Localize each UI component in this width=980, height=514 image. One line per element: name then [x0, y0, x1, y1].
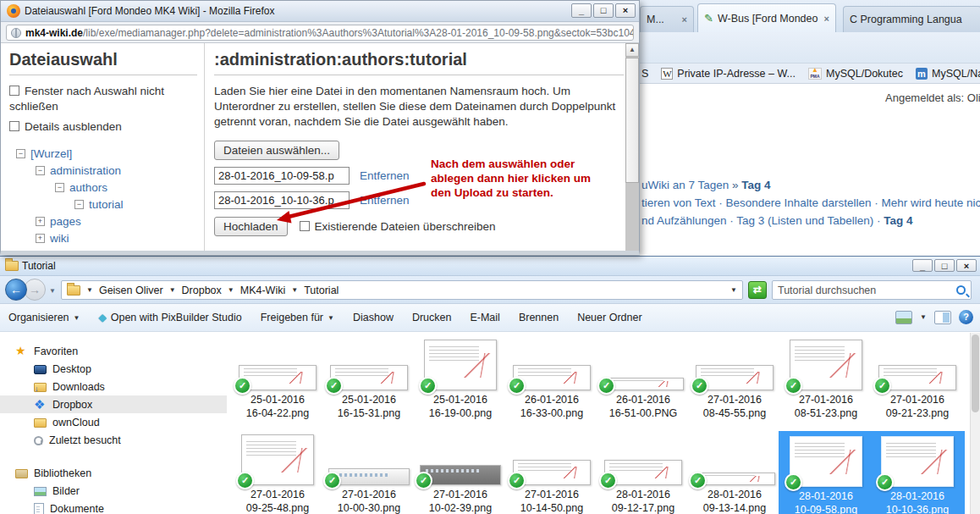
- checkbox[interactable]: [300, 221, 310, 231]
- sidebar-item-owncloud[interactable]: ownCloud: [0, 413, 227, 431]
- file-thumbnail[interactable]: ✓: [694, 473, 775, 485]
- help-icon[interactable]: ?: [959, 310, 973, 324]
- namespace-link[interactable]: wiki: [50, 232, 69, 245]
- sidebar-group-bibliotheken[interactable]: Bibliotheken: [0, 464, 227, 482]
- refresh-button[interactable]: ⇄: [748, 281, 767, 299]
- scroll-up-arrow[interactable]: ▲: [625, 43, 639, 57]
- collapse-icon[interactable]: −: [55, 183, 64, 192]
- option-hide-details[interactable]: Details ausblenden: [9, 119, 197, 135]
- namespace-link[interactable]: [Wurzel]: [30, 147, 72, 160]
- tab-close-icon[interactable]: ×: [824, 14, 829, 24]
- toolbar-button-e-mail[interactable]: E-Mail: [470, 312, 499, 323]
- scrollbar-thumb[interactable]: [972, 334, 979, 412]
- maximize-button[interactable]: □: [593, 3, 614, 18]
- minimize-button[interactable]: _: [912, 259, 933, 272]
- explorer-titlebar[interactable]: Tutorial _ □ ×: [0, 257, 980, 276]
- file-thumbnail[interactable]: ✓: [330, 365, 408, 390]
- file-thumbnail[interactable]: ✓: [878, 365, 956, 390]
- wiki-link[interactable]: »: [732, 179, 741, 191]
- file-thumbnail[interactable]: ✓: [790, 340, 862, 390]
- toolbar-button-organisieren[interactable]: Organisieren▼: [8, 312, 80, 323]
- choose-files-button[interactable]: Dateien auswählen...: [214, 141, 339, 160]
- remove-file-link[interactable]: Entfernen: [360, 169, 410, 182]
- file-item[interactable]: ✓25-01-201616-15-31.png: [325, 336, 413, 420]
- dialog-scrollbar[interactable]: ▲: [625, 43, 639, 251]
- views-dropdown-icon[interactable]: ▼: [920, 313, 927, 321]
- preview-pane-icon[interactable]: [934, 311, 951, 324]
- file-item[interactable]: ✓27-01-201608-51-23.png: [782, 336, 870, 420]
- file-item[interactable]: ✓25-01-201616-04-22.png: [234, 336, 322, 420]
- browser-tab[interactable]: C Programming Langua: [843, 6, 980, 32]
- sidebar-item-zuletzt-besucht[interactable]: Zuletzt besucht: [0, 431, 227, 449]
- bookmark-item[interactable]: WPrivate IP-Adresse – W...: [661, 68, 796, 80]
- toolbar-button-drucken[interactable]: Drucken: [412, 312, 452, 323]
- file-thumbnail[interactable]: ✓: [696, 365, 774, 390]
- file-item[interactable]: ✓26-01-201616-33-00.png: [508, 336, 596, 420]
- views-icon[interactable]: [895, 311, 912, 324]
- file-item[interactable]: ✓28-01-201610-09-58.png: [779, 431, 873, 514]
- breadcrumb-item[interactable]: MK4-Wiki: [240, 285, 285, 296]
- search-input[interactable]: Tutorial durchsuchen: [772, 280, 972, 300]
- file-item[interactable]: ✓28-01-201610-10-36.png: [870, 431, 965, 514]
- bookmark-item[interactable]: S: [641, 68, 648, 80]
- file-thumbnail[interactable]: ✓: [239, 365, 317, 390]
- toolbar-button-neuer-ordner[interactable]: Neuer Ordner: [577, 312, 641, 323]
- file-thumbnail[interactable]: ✓: [513, 460, 591, 485]
- file-thumbnail[interactable]: ✓: [604, 460, 682, 485]
- collapse-icon[interactable]: −: [16, 149, 25, 158]
- namespace-link[interactable]: authors: [69, 181, 107, 194]
- file-thumbnail[interactable]: ✓: [241, 434, 314, 485]
- breadcrumb-item[interactable]: Dropbox: [182, 285, 222, 296]
- file-item[interactable]: ✓27-01-201609-25-48.png: [234, 431, 322, 514]
- expand-icon[interactable]: +: [36, 217, 45, 226]
- minimize-button[interactable]: _: [571, 3, 592, 18]
- sidebar-item-desktop[interactable]: Desktop: [0, 360, 227, 378]
- back-button[interactable]: ←: [5, 279, 27, 301]
- file-item[interactable]: ✓27-01-201609-21-23.png: [873, 336, 961, 420]
- collapse-icon[interactable]: −: [74, 200, 84, 209]
- sidebar-group-favoriten[interactable]: Favoriten: [0, 342, 227, 360]
- breadcrumb-dropdown-icon[interactable]: ▼: [730, 286, 737, 294]
- expand-icon[interactable]: +: [36, 234, 45, 243]
- history-dropdown-icon[interactable]: ▼: [49, 287, 56, 295]
- sidebar-item-bilder[interactable]: Bilder: [0, 482, 227, 500]
- namespace-link[interactable]: pages: [50, 215, 81, 228]
- file-thumbnail[interactable]: ✓: [328, 468, 410, 485]
- file-item[interactable]: ✓28-01-201609-12-17.png: [599, 431, 687, 514]
- toolbar-button-brennen[interactable]: Brennen: [519, 312, 559, 323]
- wiki-link[interactable]: nd Aufzählungen · Tag 3 (Listen und Tabe…: [641, 214, 884, 227]
- close-button[interactable]: ×: [615, 3, 636, 18]
- remove-file-link[interactable]: Entfernen: [360, 194, 410, 207]
- toolbar-button-freigeben-f-r[interactable]: Freigeben für▼: [261, 312, 334, 323]
- file-item[interactable]: ✓26-01-201616-51-00.PNG: [599, 336, 687, 420]
- upload-filename-input[interactable]: [214, 191, 350, 209]
- scrollbar-thumb[interactable]: [625, 58, 639, 183]
- explorer-scrollbar[interactable]: [970, 333, 980, 514]
- toolbar-button-open-with-pixbuilder-studio[interactable]: ◆Open with PixBuilder Studio: [99, 312, 242, 323]
- option-keep-window-open[interactable]: Fenster nach Auswahl nicht schließen: [9, 84, 197, 114]
- file-thumbnail[interactable]: ✓: [790, 436, 862, 487]
- checkbox[interactable]: [9, 121, 19, 131]
- breadcrumb-item[interactable]: Tutorial: [304, 285, 339, 296]
- sidebar-item-dokumente[interactable]: Dokumente: [0, 500, 227, 514]
- browser-tab[interactable]: M...×: [640, 6, 694, 32]
- bookmark-item[interactable]: mMySQL/Nagios: [916, 68, 980, 80]
- file-item[interactable]: ✓27-01-201610-02-39.png: [416, 431, 504, 514]
- file-thumbnail[interactable]: ✓: [603, 378, 684, 390]
- wiki-link[interactable]: uWiki an 7 Tagen: [641, 179, 732, 191]
- close-button[interactable]: ×: [956, 259, 977, 272]
- upload-button[interactable]: Hochladen: [214, 217, 288, 236]
- file-thumbnail[interactable]: ✓: [420, 465, 501, 485]
- collapse-icon[interactable]: −: [36, 166, 45, 175]
- breadcrumb[interactable]: ▼Geisen Oliver▼Dropbox▼MK4-Wiki▼Tutorial…: [61, 280, 743, 300]
- maximize-button[interactable]: □: [934, 259, 955, 272]
- overwrite-option[interactable]: Existierende Dateien überschreiben: [300, 220, 496, 233]
- file-item[interactable]: ✓25-01-201616-19-00.png: [416, 336, 504, 420]
- file-thumbnail[interactable]: ✓: [513, 365, 591, 390]
- breadcrumb-item[interactable]: Geisen Oliver: [99, 285, 163, 296]
- tab-close-icon[interactable]: ×: [682, 14, 687, 25]
- file-item[interactable]: ✓28-01-201609-13-14.png: [691, 431, 779, 514]
- sidebar-item-dropbox[interactable]: Dropbox: [0, 395, 227, 413]
- upload-filename-input[interactable]: [214, 167, 350, 185]
- url-bar[interactable]: mk4-wiki.de/lib/exe/mediamanager.php?del…: [6, 25, 634, 41]
